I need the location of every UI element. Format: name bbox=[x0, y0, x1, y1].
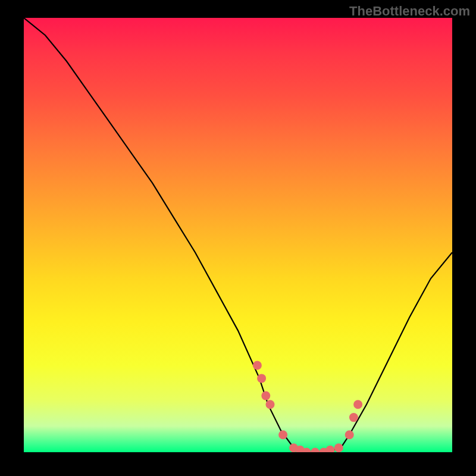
data-points bbox=[253, 361, 362, 453]
data-point bbox=[261, 392, 270, 400]
data-point bbox=[353, 400, 362, 409]
bottleneck-curve bbox=[24, 18, 452, 452]
data-point bbox=[257, 374, 266, 383]
watermark-text: TheBottleneck.com bbox=[349, 4, 470, 19]
data-point bbox=[334, 443, 343, 452]
data-point bbox=[311, 448, 320, 453]
chart-plot-area bbox=[24, 18, 452, 452]
data-point bbox=[278, 430, 287, 439]
data-point bbox=[253, 361, 262, 370]
data-point bbox=[325, 446, 334, 452]
chart-svg bbox=[24, 18, 452, 452]
data-point bbox=[266, 400, 275, 409]
data-point bbox=[349, 413, 358, 422]
data-point bbox=[345, 430, 354, 439]
